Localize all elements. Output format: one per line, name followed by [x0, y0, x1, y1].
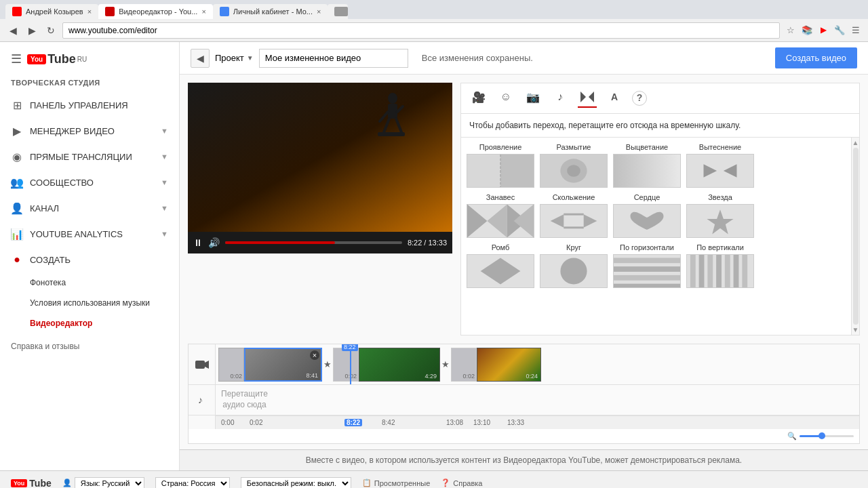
sidebar-item-community[interactable]: 👥 СООБЩЕСТВО ▼	[0, 169, 179, 195]
browser-tab-4[interactable]	[328, 4, 348, 19]
community-icon: 👥	[11, 176, 23, 188]
sidebar-item-create[interactable]: ● СОЗДАТЬ	[0, 247, 179, 272]
browser-tab-3[interactable]: Личный кабинет - Мо... ×	[213, 4, 328, 19]
browser-back-btn[interactable]: ◀	[5, 23, 20, 38]
browser-ext-icon[interactable]: 🔧	[833, 24, 846, 37]
footer-country[interactable]: Страна: Россия	[155, 477, 230, 489]
clip-delete-btn[interactable]: ×	[310, 350, 319, 360]
clip-colorful-video[interactable]: 0:24	[477, 348, 541, 382]
sidebar-sub-fonoteka[interactable]: Фонотека	[0, 272, 179, 293]
sidebar-item-videos[interactable]: ▶ МЕНЕДЖЕР ВИДЕО ▼	[0, 118, 179, 144]
tab-close-2[interactable]: ×	[201, 7, 205, 16]
transition-icon	[580, 92, 594, 102]
svg-marker-7	[580, 92, 586, 102]
hamburger-menu[interactable]: ☰	[11, 52, 22, 66]
tool-help[interactable]: ?	[632, 91, 647, 106]
svg-text:♪: ♪	[198, 394, 203, 405]
browser-refresh-btn[interactable]: ↻	[43, 23, 58, 38]
volume-button[interactable]: 🔊	[208, 237, 220, 248]
tool-transition[interactable]	[578, 89, 597, 108]
star-thumb[interactable]	[686, 204, 754, 238]
footer-safemode-select[interactable]: Безопасный режим: выкл.	[241, 477, 351, 489]
tab-close-3[interactable]: ×	[317, 7, 321, 16]
tool-camera[interactable]: 📷	[524, 89, 542, 108]
blur-thumb[interactable]	[540, 154, 608, 188]
clip-star-1[interactable]: ★	[322, 359, 333, 369]
transition-slide: Скольжение	[540, 193, 608, 238]
footer-history[interactable]: 📋 Просмотренные	[362, 479, 431, 487]
svg-rect-10	[500, 155, 534, 188]
appear-thumb[interactable]	[467, 154, 534, 188]
svg-rect-48	[742, 255, 747, 288]
clip-placeholder-1[interactable]: 0:02	[218, 348, 244, 382]
transitions-scrollbar[interactable]: ▲ ▼	[851, 138, 859, 335]
circle-thumb[interactable]	[540, 254, 608, 288]
footer-lang[interactable]: 👤 Язык: Русский	[62, 477, 144, 489]
footer-country-select[interactable]: Страна: Россия	[155, 477, 230, 489]
push-thumb[interactable]	[686, 154, 754, 188]
footer-lang-select[interactable]: Язык: Русский	[75, 477, 144, 489]
audio-placeholder[interactable]: Перетащите аудио сюда	[216, 386, 273, 413]
sidebar-sub-editor[interactable]: Видеоредактор	[0, 313, 179, 333]
sidebar-item-panel[interactable]: ⊞ ПАНЕЛЬ УПРАВЛЕНИЯ	[0, 92, 179, 118]
heart-thumb[interactable]	[613, 204, 681, 238]
transition-horizontal: По горизонтали	[613, 243, 681, 288]
tool-music[interactable]: ♪	[551, 89, 570, 108]
browser-forward-btn[interactable]: ▶	[24, 23, 39, 38]
svg-point-14	[567, 165, 580, 177]
svg-rect-47	[734, 255, 739, 288]
clip-green-video[interactable]: 4:29	[359, 348, 440, 382]
footer-note-text: Вместе с видео, в котором используется к…	[191, 455, 857, 465]
sidebar-item-live[interactable]: ◉ ПРЯМЫЕ ТРАНСЛЯЦИИ ▼	[0, 144, 179, 169]
create-video-button[interactable]: Создать видео	[775, 47, 857, 68]
tab-title-3: Личный кабинет - Мо...	[233, 7, 313, 16]
help-feedback-btn[interactable]: Справка и отзывы	[11, 339, 168, 354]
tool-video[interactable]: 🎥	[469, 89, 488, 108]
live-label: ПРЯМЫЕ ТРАНСЛЯЦИИ	[30, 152, 154, 162]
footer-safemode[interactable]: Безопасный режим: выкл.	[241, 477, 351, 489]
appear-label: Проявление	[479, 143, 522, 151]
clip-main-video[interactable]: × 8:41	[244, 348, 322, 382]
browser-book-icon[interactable]: 📚	[800, 24, 814, 37]
slide-thumb[interactable]	[540, 204, 608, 238]
zoom-handle[interactable]	[818, 432, 825, 439]
tool-emoji[interactable]: ☺	[496, 89, 515, 108]
clip-star-2[interactable]: ★	[440, 359, 451, 369]
project-dropdown[interactable]: Проект ▼	[215, 53, 254, 63]
sidebar-item-analytics[interactable]: 📊 YOUTUBE ANALYTICS ▼	[0, 221, 179, 247]
fade-thumb[interactable]	[613, 154, 681, 188]
vertical-thumb[interactable]	[686, 254, 754, 288]
svg-rect-9	[467, 155, 500, 188]
clip-placeholder-3[interactable]: 0:02	[451, 348, 477, 382]
browser-yt-icon[interactable]: ▶	[816, 24, 830, 37]
browser-menu-icon[interactable]: ☰	[849, 24, 863, 37]
svg-rect-49	[195, 361, 205, 369]
sidebar-sub-music-terms[interactable]: Условия использования музыки	[0, 293, 179, 313]
address-bar[interactable]	[62, 22, 780, 39]
audio-track-icon: ♪	[189, 385, 216, 415]
footer-help[interactable]: ❓ Справка	[441, 479, 482, 487]
sidebar-item-channel[interactable]: 👤 КАНАЛ ▼	[0, 195, 179, 221]
create-icon: ●	[11, 253, 23, 266]
browser-tab-2[interactable]: Видеоредактор - You... ×	[98, 4, 213, 19]
transition-fade: Выцветание	[613, 143, 681, 188]
timeline-area: ♪ 0:02 × 8:41	[188, 344, 860, 444]
back-button[interactable]: ◀	[191, 49, 210, 68]
yt-logo-ru: RU	[77, 56, 87, 63]
browser-star-icon[interactable]: ☆	[784, 24, 797, 37]
timeline-ruler: 0:00 0:02 8:22 8:42 13:08 13:10 13:33	[216, 415, 859, 429]
project-name-input[interactable]	[259, 49, 408, 68]
browser-tab-1[interactable]: Андрей Козырев ×	[5, 4, 98, 19]
progress-bar[interactable]	[225, 241, 402, 244]
tool-text[interactable]: A	[605, 89, 624, 108]
curtain-thumb[interactable]	[467, 204, 534, 238]
rhombus-thumb[interactable]	[467, 254, 534, 288]
tab-close-1[interactable]: ×	[87, 7, 92, 16]
horizontal-thumb[interactable]	[613, 254, 681, 288]
svg-point-0	[388, 93, 397, 104]
clip-placeholder-2[interactable]: 0:02	[333, 348, 359, 382]
help-label: Справка	[453, 479, 482, 487]
transitions-row-3: Ромб Круг	[467, 243, 846, 288]
zoom-slider[interactable]	[800, 435, 854, 437]
pause-button[interactable]: ⏸	[193, 237, 203, 248]
